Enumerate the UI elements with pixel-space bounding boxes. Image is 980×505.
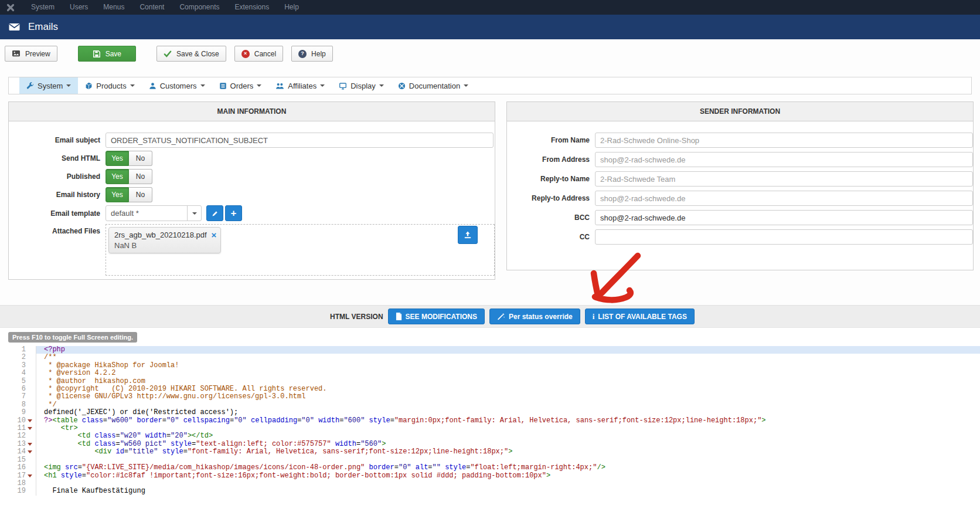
remove-file-icon[interactable]: × xyxy=(212,231,217,239)
panel-title: SENDER INFORMATION xyxy=(507,102,973,121)
list-icon xyxy=(219,82,227,90)
chevron-down-icon[interactable] xyxy=(187,206,201,221)
code-line: 2/** xyxy=(0,354,980,361)
code-content[interactable]: ?><table class="w600" border="0" cellspa… xyxy=(36,417,980,425)
code-content[interactable]: <td class="w20" width="20"></td> xyxy=(36,432,980,440)
email-template-select[interactable]: default * xyxy=(106,205,202,221)
toggle-no[interactable]: No xyxy=(129,169,152,184)
topbar-item-system[interactable]: System xyxy=(23,0,62,15)
chevron-down-icon xyxy=(257,84,261,89)
toggle-yes[interactable]: Yes xyxy=(106,169,129,184)
cancel-button[interactable]: × Cancel xyxy=(234,46,283,62)
menu-item-products[interactable]: Products xyxy=(78,77,141,94)
fold-marker-icon[interactable] xyxy=(26,440,33,448)
menu-item-display[interactable]: Display xyxy=(332,77,391,94)
fold-marker-icon[interactable] xyxy=(26,448,33,456)
add-template-button[interactable]: + xyxy=(225,205,242,221)
joomla-logo-icon xyxy=(6,3,15,12)
code-content[interactable]: <tr> xyxy=(36,425,980,432)
reply-to-name-input[interactable] xyxy=(595,171,973,187)
button-label: Save & Close xyxy=(176,50,219,58)
code-content[interactable]: /** xyxy=(36,354,980,361)
fold-spacer xyxy=(26,378,33,385)
code-content[interactable]: * @copyright (C) 2010-2019 HIKARI SOFTWA… xyxy=(36,385,980,393)
email-template-row: Email template default * + xyxy=(9,205,495,221)
code-content[interactable]: <img src="{VAR:LIVE_SITE}/media/com_hika… xyxy=(36,464,980,472)
code-content[interactable] xyxy=(36,480,980,487)
save-button[interactable]: Save xyxy=(78,46,136,62)
code-content[interactable]: defined('_JEXEC') or die('Restricted acc… xyxy=(36,409,980,416)
topbar-item-content[interactable]: Content xyxy=(132,0,172,15)
upload-button[interactable] xyxy=(458,226,478,244)
email-subject-input[interactable] xyxy=(106,133,494,148)
code-content[interactable]: <h1 style="color:#1c8faf !important;font… xyxy=(36,472,980,480)
edit-template-button[interactable] xyxy=(206,205,223,221)
code-editor[interactable]: Press F10 to toggle Full Screen editing.… xyxy=(0,328,980,505)
topbar-item-components[interactable]: Components xyxy=(172,0,227,15)
email-history-toggle: Yes No xyxy=(106,187,152,202)
code-content[interactable]: Finale Kaufbestätigung xyxy=(36,487,980,495)
reply-to-address-input[interactable] xyxy=(595,191,973,206)
code-content[interactable]: <td class="w560 pict" style="text-align:… xyxy=(36,440,980,448)
code-line: 7 * @license GNU/GPLv3 http://www.gnu.or… xyxy=(0,393,980,401)
sender-information-panel: SENDER INFORMATION From NameFrom Address… xyxy=(506,101,974,270)
line-number: 7 xyxy=(22,393,26,401)
menu-item-affiliates[interactable]: Affiliates xyxy=(268,77,332,94)
line-gutter: 15 xyxy=(0,456,36,464)
field-label: Email history xyxy=(9,191,106,199)
code-content[interactable]: */ xyxy=(36,401,980,409)
topbar-item-extensions[interactable]: Extensions xyxy=(227,0,277,15)
line-number: 5 xyxy=(22,378,26,385)
upload-icon xyxy=(463,231,472,239)
line-number: 12 xyxy=(18,432,26,440)
cc-input[interactable] xyxy=(595,229,973,245)
code-content[interactable]: * @version 4.2.2 xyxy=(36,370,980,377)
code-content[interactable]: * @package HikaShop for Joomla! xyxy=(36,362,980,370)
fold-spacer xyxy=(26,354,33,362)
attached-files-dropzone[interactable]: 2rs_agb_wb_20210218.pdf × NaN B xyxy=(106,224,495,276)
form-panels: MAIN INFORMATION Email subject Send HTML… xyxy=(8,101,972,280)
topbar-item-menus[interactable]: Menus xyxy=(96,0,132,15)
code-content[interactable]: * @license GNU/GPLv3 http://www.gnu.org/… xyxy=(36,393,980,401)
fold-marker-icon[interactable] xyxy=(26,417,33,425)
menu-item-label: System xyxy=(38,82,63,90)
toggle-yes[interactable]: Yes xyxy=(106,187,129,202)
line-number: 1 xyxy=(22,346,26,354)
see-modifications-button[interactable]: SEE MODIFICATIONS xyxy=(388,309,485,324)
bcc-input[interactable] xyxy=(595,210,973,225)
menu-item-orders[interactable]: Orders xyxy=(212,77,269,94)
field-label: Send HTML xyxy=(9,154,106,162)
per-status-override-button[interactable]: Per status override xyxy=(489,309,580,324)
toggle-no[interactable]: No xyxy=(129,187,152,202)
field-label: From Name xyxy=(507,136,595,144)
save-close-button[interactable]: Save & Close xyxy=(156,46,226,62)
code-line: 5 * @author hikashop.com xyxy=(0,378,980,385)
toggle-yes[interactable]: Yes xyxy=(106,151,129,166)
toggle-no[interactable]: No xyxy=(129,151,152,166)
code-area[interactable]: 1<?php2/**3 * @package HikaShop for Joom… xyxy=(0,328,980,496)
topbar-item-users[interactable]: Users xyxy=(62,0,96,15)
admin-topbar: SystemUsersMenusContentComponentsExtensi… xyxy=(0,0,980,15)
code-line: 4 * @version 4.2.2 xyxy=(0,370,980,377)
list-of-available-tags-button[interactable]: iLIST OF AVAILABLE TAGS xyxy=(585,309,695,324)
menu-item-customers[interactable]: Customers xyxy=(142,77,212,94)
published-toggle: Yes No xyxy=(106,169,152,184)
line-number: 16 xyxy=(18,464,26,472)
preview-button[interactable]: Preview xyxy=(5,46,57,62)
help-button[interactable]: ? Help xyxy=(291,46,333,62)
topbar-item-help[interactable]: Help xyxy=(277,0,307,15)
from-address-input[interactable] xyxy=(595,152,973,167)
menu-item-system[interactable]: System xyxy=(19,77,78,94)
code-line: 8 */ xyxy=(0,401,980,409)
from-name-input[interactable] xyxy=(595,133,973,148)
code-content[interactable]: * @author hikashop.com xyxy=(36,378,980,385)
menu-item-documentation[interactable]: Documentation xyxy=(391,77,475,94)
code-content[interactable]: <?php xyxy=(36,346,980,354)
select-value: default * xyxy=(106,206,187,221)
code-content[interactable]: <div id="title" style="font-family: Aria… xyxy=(36,448,980,456)
fold-marker-icon[interactable] xyxy=(26,425,33,432)
topbar-menu: SystemUsersMenusContentComponentsExtensi… xyxy=(23,0,307,15)
code-line: 11 <tr> xyxy=(0,425,980,432)
code-content[interactable] xyxy=(36,456,980,464)
fold-marker-icon[interactable] xyxy=(26,472,33,480)
